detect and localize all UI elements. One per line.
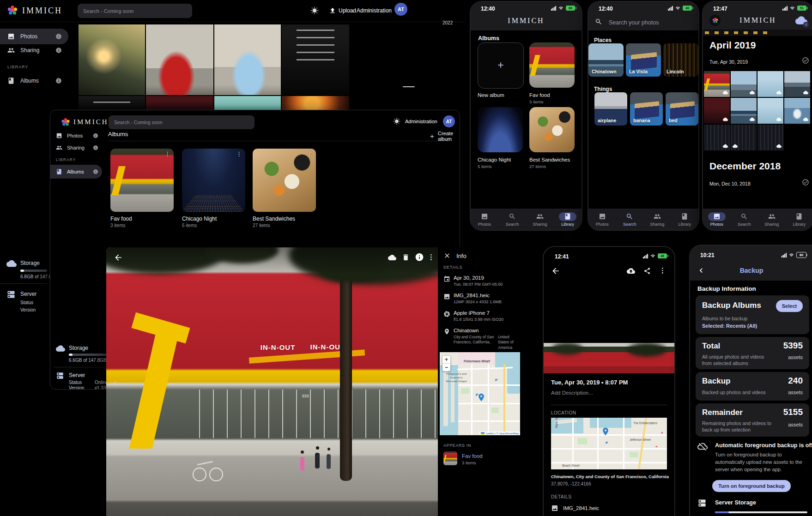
theme-toggle-sun-icon[interactable] — [393, 118, 400, 125]
info-circle-icon[interactable] — [93, 133, 98, 138]
search-input[interactable]: Search your photos — [609, 19, 659, 26]
previous-photo-chevron[interactable]: ‹ — [113, 376, 117, 390]
back-arrow-icon[interactable] — [114, 253, 123, 262]
cloud-upload-icon[interactable] — [627, 267, 635, 275]
select-day-check-icon[interactable] — [802, 179, 809, 186]
info-icon-active[interactable] — [415, 252, 424, 262]
backup-cloud-button[interactable]: ↑ — [795, 14, 807, 26]
photo-thumbnail[interactable] — [282, 96, 349, 110]
tab-library[interactable]: Library — [671, 209, 699, 230]
thing-tile-banana[interactable]: banana — [630, 92, 663, 126]
appears-in-thumbnail[interactable] — [443, 451, 457, 465]
photo-preview[interactable] — [544, 343, 674, 373]
place-tile-lincoln[interactable]: Lincoln — [663, 43, 698, 77]
search-icon[interactable] — [595, 18, 602, 25]
album-card-chicago-night[interactable]: ⋮ — [182, 149, 245, 212]
photo-tile[interactable] — [757, 98, 783, 124]
photo-thumbnail[interactable] — [146, 24, 213, 95]
album-card-best-sandwiches[interactable] — [529, 107, 575, 152]
sidebar-item-albums[interactable]: Albums — [0, 73, 68, 89]
place-tile-la-vista[interactable]: La Vista — [626, 43, 661, 77]
avatar[interactable]: AT — [394, 3, 407, 16]
search-input[interactable]: Search - Coming soon — [109, 115, 255, 129]
tab-search-active[interactable]: Search — [616, 209, 644, 230]
timeline-scrubber-handle[interactable] — [403, 86, 415, 87]
photo-thumbnail[interactable] — [214, 96, 281, 110]
tab-search[interactable]: Search — [731, 209, 758, 230]
location-map[interactable]: Fishermans Wharf Fishermen's and Seamen'… — [440, 352, 520, 435]
map-zoom-controls[interactable]: + − — [442, 356, 450, 371]
photo-tile[interactable] — [757, 125, 783, 150]
info-circle-icon[interactable] — [93, 169, 98, 174]
tab-library-active[interactable]: Library — [554, 209, 582, 230]
photo-tile[interactable] — [704, 98, 730, 124]
turn-on-backup-button[interactable]: Turn on foreground backup — [712, 480, 791, 492]
photo-thumbnail[interactable] — [79, 96, 145, 110]
create-album-button[interactable]: Create album — [429, 131, 460, 142]
album-menu-icon[interactable]: ⋮ — [307, 151, 313, 157]
album-name[interactable]: Fav food — [529, 92, 550, 98]
tab-sharing[interactable]: Sharing — [758, 209, 786, 230]
cloud-backup-icon[interactable] — [388, 253, 396, 262]
sidebar-item-albums-active[interactable]: Albums — [50, 165, 102, 179]
place-tile-chinatown[interactable]: Chinatown — [588, 43, 624, 77]
album-name[interactable]: Best Sandwiches — [253, 216, 295, 222]
album-card-chicago-night[interactable] — [478, 107, 523, 152]
album-menu-icon[interactable]: ⋮ — [236, 151, 242, 157]
map-zoom-out[interactable]: − — [442, 364, 450, 371]
trash-icon[interactable] — [402, 253, 410, 261]
tab-library[interactable]: Library — [786, 209, 812, 230]
album-name[interactable]: Best Sandwiches — [529, 157, 570, 162]
photo-tile[interactable] — [731, 71, 757, 97]
select-day-check-icon[interactable] — [802, 57, 809, 64]
administration-link[interactable]: Administration — [357, 7, 392, 14]
photo-tile[interactable] — [704, 125, 730, 150]
sidebar-item-photos[interactable]: Photos — [0, 29, 68, 44]
search-input[interactable]: Search - Coming soon — [78, 4, 192, 18]
upload-button[interactable]: Upload — [339, 7, 356, 14]
map-zoom-in[interactable]: + — [442, 356, 450, 364]
album-name[interactable]: Chicago Night — [182, 216, 217, 222]
upload-icon[interactable] — [329, 7, 336, 14]
info-circle-icon[interactable] — [55, 78, 62, 84]
close-icon[interactable] — [443, 252, 451, 259]
more-menu-icon[interactable]: ⋮ — [659, 266, 666, 275]
photo-tile[interactable] — [784, 71, 810, 97]
more-menu-icon[interactable]: ⋮ — [428, 253, 435, 261]
tab-search[interactable]: Search — [498, 209, 526, 230]
administration-link[interactable]: Administration — [405, 119, 437, 124]
photo-tile[interactable] — [731, 125, 757, 150]
album-card-fav-food[interactable] — [529, 42, 575, 88]
share-icon[interactable] — [643, 267, 651, 275]
photo-thumbnail[interactable] — [146, 96, 213, 110]
info-circle-icon[interactable] — [55, 33, 62, 40]
album-name[interactable]: Fav food — [110, 216, 132, 222]
appears-in-album-link[interactable]: Fav food — [462, 453, 483, 459]
info-circle-icon[interactable] — [55, 47, 62, 54]
photo-tile[interactable] — [757, 71, 783, 97]
back-arrow-icon[interactable] — [551, 266, 560, 276]
photo-tile[interactable] — [704, 71, 730, 97]
theme-toggle-sun-icon[interactable] — [310, 6, 319, 15]
album-name[interactable]: Chicago Night — [478, 157, 511, 162]
album-card-best-sandwiches[interactable]: ⋮ — [253, 149, 316, 212]
album-menu-icon[interactable]: ⋮ — [164, 151, 170, 157]
photo-thumbnail[interactable] — [79, 24, 145, 95]
album-card-fav-food[interactable]: ⋮ — [110, 149, 174, 212]
sidebar-item-sharing[interactable]: Sharing — [0, 42, 68, 58]
new-album-card[interactable] — [478, 42, 524, 89]
info-circle-icon[interactable] — [93, 145, 98, 150]
photo-tile[interactable] — [731, 98, 757, 124]
photo-thumbnail[interactable] — [214, 24, 281, 95]
thing-tile-airplane[interactable]: airplane — [594, 92, 627, 126]
tab-photos[interactable]: Photos — [471, 209, 498, 230]
location-map[interactable]: The Embarcadero Hyde Street Jefferson St… — [551, 418, 667, 469]
photo-tile[interactable] — [784, 98, 810, 124]
photo-main[interactable]: IN-N-OUT IN-N-OUT 333 — [106, 247, 438, 516]
tab-sharing[interactable]: Sharing — [643, 209, 671, 230]
sidebar-item-sharing[interactable]: Sharing — [50, 141, 102, 155]
select-button[interactable]: Select — [776, 300, 803, 312]
tab-photos-active[interactable]: Photos — [703, 209, 731, 230]
tab-sharing[interactable]: Sharing — [526, 209, 554, 230]
photo-thumbnail[interactable] — [282, 24, 349, 95]
